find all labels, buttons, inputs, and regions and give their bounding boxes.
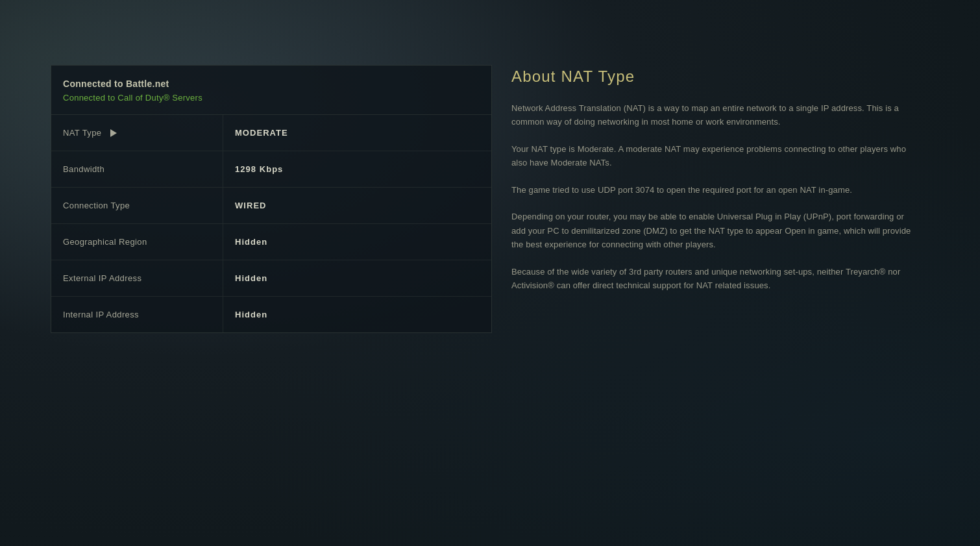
connection-type-value: WIRED [223,188,491,223]
nat-type-value: MODERATE [223,115,491,151]
external-ip-value: Hidden [223,260,491,296]
geographical-region-value: Hidden [223,224,491,260]
internal-ip-label: Internal IP Address [51,297,223,332]
right-panel: About NAT Type Network Address Translati… [492,65,933,333]
connection-type-label: Connection Type [51,188,223,223]
nat-type-label: NAT Type [51,115,223,151]
info-table: NAT Type MODERATE Bandwidth 1298 Kbps Co… [51,115,491,332]
internal-ip-row: Internal IP Address Hidden [51,297,491,332]
external-ip-label: External IP Address [51,260,223,296]
nat-type-row: NAT Type MODERATE [51,115,491,151]
about-title: About NAT Type [511,65,914,86]
about-paragraph-3: The game tried to use UDP port 3074 to o… [511,183,914,197]
about-paragraph-4: Depending on your router, you may be abl… [511,210,914,251]
geographical-region-row: Geographical Region Hidden [51,224,491,260]
geographical-region-label: Geographical Region [51,224,223,260]
connection-header: Connected to Battle.net Connected to Cal… [51,66,491,115]
left-panel: Connected to Battle.net Connected to Cal… [51,65,492,333]
connection-type-row: Connection Type WIRED [51,188,491,224]
bandwidth-value: 1298 Kbps [223,151,491,187]
bandwidth-row: Bandwidth 1298 Kbps [51,151,491,188]
connected-cod-label: Connected to Call of Duty® Servers [63,93,480,103]
bandwidth-label: Bandwidth [51,151,223,187]
external-ip-row: External IP Address Hidden [51,260,491,297]
about-paragraph-5: Because of the wide variety of 3rd party… [511,265,914,293]
internal-ip-value: Hidden [223,297,491,332]
nat-type-arrow-icon [110,129,117,137]
about-paragraph-2: Your NAT type is Moderate. A moderate NA… [511,142,914,170]
main-container: Connected to Battle.net Connected to Cal… [51,65,933,333]
connected-battlenet-label: Connected to Battle.net [63,79,480,89]
about-paragraph-1: Network Address Translation (NAT) is a w… [511,101,914,129]
